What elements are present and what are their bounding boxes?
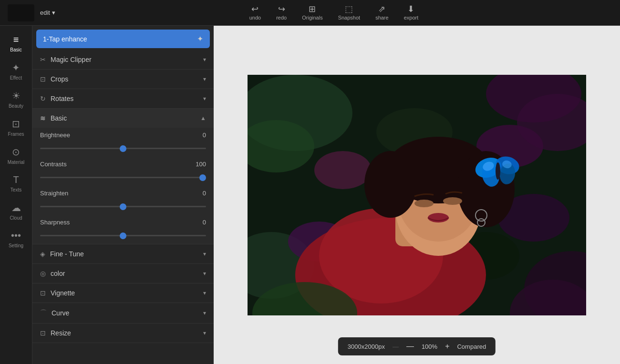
resize-chevron: ▾	[203, 330, 206, 336]
tool-originals[interactable]: ⊞Originals	[302, 5, 322, 20]
sidebar-item-effect[interactable]: ✦Effect	[0, 57, 32, 85]
edit-dropdown[interactable]: edit ▾	[40, 9, 55, 16]
material-label: Material	[8, 160, 25, 165]
slider-sharpness[interactable]	[40, 235, 206, 236]
vignette-chevron: ▾	[203, 290, 206, 296]
section-label-crops: Crops	[51, 75, 68, 83]
edit-chevron: ▾	[52, 9, 55, 16]
slider-group-straighten: Straighten 0	[32, 186, 214, 215]
section-header-color[interactable]: ◎ color ▾	[32, 264, 214, 283]
section-header-vignette[interactable]: ⊡ Vignette ▾	[32, 283, 214, 303]
slider-label-straighten: Straighten	[40, 190, 68, 197]
sidebar-item-material[interactable]: ⊙Material	[0, 142, 32, 170]
redo-icon: ↪	[278, 5, 285, 13]
app-logo	[8, 4, 34, 21]
section-rotates: ↻ Rotates ▾	[32, 89, 214, 109]
photo-inner	[248, 75, 586, 315]
originals-icon: ⊞	[309, 5, 316, 13]
magic-wand-icon: ✦	[197, 34, 203, 43]
slider-label-brightness: Brightneee	[40, 131, 70, 139]
section-label-vignette: Vignette	[51, 289, 75, 297]
originals-label: Originals	[302, 15, 322, 20]
tool-undo[interactable]: ↩undo	[249, 5, 261, 20]
compared-button[interactable]: Compared	[457, 343, 486, 350]
zoom-in-button[interactable]: +	[445, 342, 449, 351]
snapshot-icon: ⬚	[345, 5, 353, 13]
section-vignette: ⊡ Vignette ▾	[32, 283, 214, 303]
panel-sections: ✂ Magic Clipper ▾ ⊡ Crops ▾ ↻ Rotates ▾	[32, 50, 214, 343]
section-label-rotates: Rotates	[51, 95, 73, 102]
section-header-curve[interactable]: ⌒ Curve ▾	[32, 303, 214, 323]
photo-container	[248, 75, 586, 315]
section-magic-clipper: ✂ Magic Clipper ▾	[32, 50, 214, 70]
sidebar-item-frames[interactable]: ⊡Frames	[0, 113, 32, 142]
section-header-fine-tune[interactable]: ◈ Fine - Tune ▾	[32, 244, 214, 263]
section-basic-expanded: ≋ Basic ▲ Brightneee 0 Contrasts	[32, 109, 214, 244]
redo-label: redo	[276, 15, 287, 20]
bottom-bar: 3000x2000px — — 100% + Compared	[338, 337, 496, 355]
section-label-resize: Resize	[51, 329, 71, 337]
slider-value-brightness: 0	[203, 131, 206, 139]
section-header-crops[interactable]: ⊡ Crops ▾	[32, 70, 214, 89]
slider-value-straighten: 0	[203, 190, 206, 197]
cloud-icon: ☁	[11, 202, 21, 213]
section-resize: ⊡ Resize ▾	[32, 324, 214, 343]
section-header-magic-clipper[interactable]: ✂ Magic Clipper ▾	[32, 50, 214, 69]
magic-clipper-chevron: ▾	[203, 56, 206, 63]
basic-label: Basic	[10, 47, 21, 52]
section-label-color: color	[51, 270, 65, 277]
header: edit ▾ ↩undo↪redo⊞Originals⬚Snapshot⇗sha…	[0, 0, 620, 26]
export-icon: ⬇	[407, 5, 414, 13]
section-crops: ⊡ Crops ▾	[32, 70, 214, 89]
tool-export[interactable]: ⬇export	[404, 5, 419, 20]
resize-icon: ⊡	[40, 329, 46, 337]
zoom-out-button[interactable]: —	[406, 342, 414, 351]
slider-straighten[interactable]	[40, 206, 206, 207]
crops-chevron: ▾	[203, 76, 206, 82]
panel: 1-Tap enhance ✦ ✂ Magic Clipper ▾ ⊡ Crop…	[32, 26, 214, 364]
rotates-icon: ↻	[40, 95, 46, 102]
curve-icon: ⌒	[40, 309, 47, 317]
slider-contrasts[interactable]	[40, 177, 206, 178]
undo-icon: ↩	[251, 5, 258, 13]
share-icon: ⇗	[378, 5, 385, 13]
icon-sidebar: ≡Basic✦Effect☀Beauty⊡Frames⊙MaterialTTex…	[0, 26, 32, 364]
basic-chevron-up: ▲	[200, 115, 206, 121]
color-icon: ◎	[40, 270, 46, 277]
texts-icon: T	[13, 174, 19, 185]
sidebar-item-texts[interactable]: TTexts	[0, 170, 32, 197]
sidebar-item-basic[interactable]: ≡Basic	[0, 30, 32, 57]
sidebar-item-setting[interactable]: •••Setting	[0, 225, 32, 253]
photo-canvas	[248, 75, 586, 315]
slider-value-sharpness: 0	[203, 219, 206, 226]
effect-label: Effect	[10, 75, 22, 81]
slider-brightness[interactable]	[40, 148, 206, 149]
svg-point-7	[314, 151, 372, 189]
basic-icon: ≋	[40, 114, 46, 122]
sidebar-item-cloud[interactable]: ☁Cloud	[0, 197, 32, 225]
section-label-magic-clipper: Magic Clipper	[51, 56, 92, 63]
fine-tune-chevron: ▾	[203, 251, 206, 257]
material-icon: ⊙	[12, 146, 20, 158]
frames-label: Frames	[8, 131, 24, 137]
crops-icon: ⊡	[40, 75, 46, 83]
section-fine-tune: ◈ Fine - Tune ▾	[32, 244, 214, 264]
section-header-rotates[interactable]: ↻ Rotates ▾	[32, 89, 214, 108]
section-label-fine-tune: Fine - Tune	[50, 250, 84, 258]
magic-clipper-icon: ✂	[40, 56, 46, 63]
tool-redo[interactable]: ↪redo	[276, 5, 287, 20]
slider-group-brightness: Brightneee 0	[32, 128, 214, 157]
section-color: ◎ color ▾	[32, 264, 214, 283]
svg-point-29	[496, 162, 500, 180]
slider-label-contrasts: Contrasts	[40, 161, 67, 168]
tool-snapshot[interactable]: ⬚Snapshot	[338, 5, 360, 20]
section-header-resize[interactable]: ⊡ Resize ▾	[32, 324, 214, 343]
section-label-basic: Basic	[51, 114, 67, 122]
slider-value-contrasts: 100	[196, 161, 206, 168]
effect-icon: ✦	[12, 62, 20, 73]
one-tap-enhance-button[interactable]: 1-Tap enhance ✦	[36, 30, 210, 48]
section-header-basic[interactable]: ≋ Basic ▲	[32, 109, 214, 128]
tool-share[interactable]: ⇗share	[375, 5, 389, 20]
svg-point-20	[414, 200, 434, 207]
sidebar-item-beauty[interactable]: ☀Beauty	[0, 85, 32, 113]
